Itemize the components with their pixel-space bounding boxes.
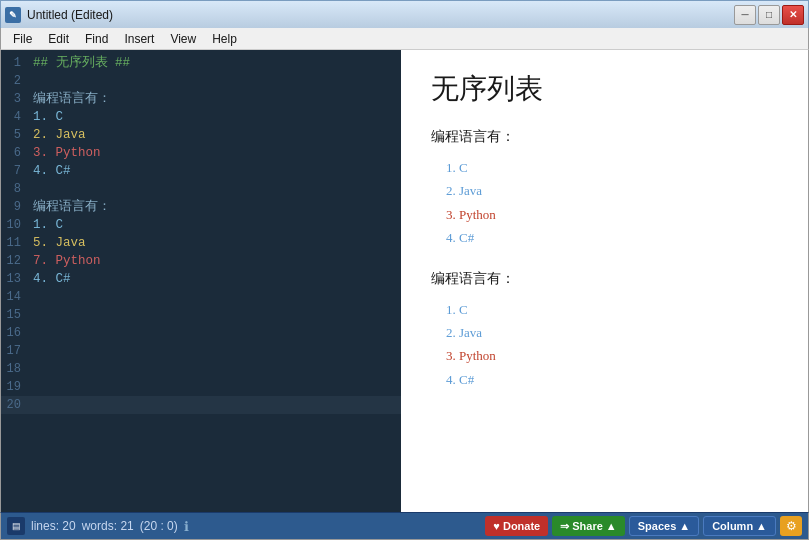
line-content-20: [29, 396, 401, 414]
line-content-2: [29, 72, 401, 90]
line-num-19: 19: [1, 378, 29, 396]
editor-line: 7 4. C#: [1, 162, 401, 180]
editor-scroll-area[interactable]: 1 ## 无序列表 ## 2 3 编程语言有： 4 1. C 5 2. J: [1, 50, 401, 512]
line-content-7: 4. C#: [29, 162, 401, 180]
window-title: Untitled (Edited): [27, 8, 113, 22]
editor-line: 13 4. C#: [1, 270, 401, 288]
status-position: (20 : 0): [140, 519, 178, 533]
list-item: C#: [459, 368, 778, 391]
line-num-10: 10: [1, 216, 29, 234]
editor-line: 14: [1, 288, 401, 306]
info-icon: ℹ: [184, 519, 189, 534]
line-content-17: [29, 342, 401, 360]
editor-line: 5 2. Java: [1, 126, 401, 144]
line-num-4: 4: [1, 108, 29, 126]
share-button[interactable]: ⇒ ⇒ Share Share ▲: [552, 516, 625, 536]
status-lines: lines: 20: [31, 519, 76, 533]
editor-panel[interactable]: 1 ## 无序列表 ## 2 3 编程语言有： 4 1. C 5 2. J: [1, 50, 401, 512]
line-content-12: 7. Python: [29, 252, 401, 270]
editor-line: 4 1. C: [1, 108, 401, 126]
line-num-12: 12: [1, 252, 29, 270]
list-item: Python: [459, 344, 778, 367]
list-item: C: [459, 298, 778, 321]
line-content-3: 编程语言有：: [29, 90, 401, 108]
editor-line: 6 3. Python: [1, 144, 401, 162]
line-num-2: 2: [1, 72, 29, 90]
line-content-16: [29, 324, 401, 342]
editor-line: 19: [1, 378, 401, 396]
line-content-1: ## 无序列表 ##: [29, 54, 401, 72]
column-button[interactable]: Column ▲: [703, 516, 776, 536]
editor-line: 2: [1, 72, 401, 90]
editor-line: 9 编程语言有：: [1, 198, 401, 216]
line-num-6: 6: [1, 144, 29, 162]
close-button[interactable]: ✕: [782, 5, 804, 25]
menu-bar: File Edit Find Insert View Help: [0, 28, 809, 50]
settings-button[interactable]: ⚙: [780, 516, 802, 536]
menu-file[interactable]: File: [5, 30, 40, 48]
editor-line: 12 7. Python: [1, 252, 401, 270]
spaces-label: Spaces: [638, 520, 677, 532]
editor-line: 3 编程语言有：: [1, 90, 401, 108]
preview-panel: 无序列表 编程语言有： C Java Python C# 编程语言有： C Ja…: [401, 50, 808, 512]
editor-line: 11 5. Java: [1, 234, 401, 252]
editor-line: 8: [1, 180, 401, 198]
list-item: Python: [459, 203, 778, 226]
editor-line: 18: [1, 360, 401, 378]
line-num-17: 17: [1, 342, 29, 360]
menu-help[interactable]: Help: [204, 30, 245, 48]
editor-line: 15: [1, 306, 401, 324]
line-num-1: 1: [1, 54, 29, 72]
status-doc-icon: ▤: [7, 517, 25, 535]
title-left: ✎ Untitled (Edited): [5, 7, 113, 23]
line-content-18: [29, 360, 401, 378]
preview-list-1: C Java Python C#: [431, 156, 778, 250]
status-info: ▤ lines: 20 words: 21 (20 : 0) ℹ: [7, 517, 189, 535]
line-num-20: 20: [1, 396, 29, 414]
menu-find[interactable]: Find: [77, 30, 116, 48]
line-num-9: 9: [1, 198, 29, 216]
list-item: C: [459, 156, 778, 179]
column-label: Column: [712, 520, 753, 532]
section-label-2: 编程语言有：: [431, 270, 778, 288]
line-num-7: 7: [1, 162, 29, 180]
status-buttons: ♥ Donate ⇒ ⇒ Share Share ▲ Spaces ▲ Colu…: [485, 516, 802, 536]
line-num-18: 18: [1, 360, 29, 378]
spaces-button[interactable]: Spaces ▲: [629, 516, 699, 536]
editor-lines: 1 ## 无序列表 ## 2 3 编程语言有： 4 1. C 5 2. J: [1, 50, 401, 414]
preview-title: 无序列表: [431, 70, 778, 108]
line-num-11: 11: [1, 234, 29, 252]
app-icon: ✎: [5, 7, 21, 23]
line-num-3: 3: [1, 90, 29, 108]
status-bar: ▤ lines: 20 words: 21 (20 : 0) ℹ ♥ Donat…: [0, 512, 809, 540]
editor-line: 1 ## 无序列表 ##: [1, 54, 401, 72]
line-content-15: [29, 306, 401, 324]
donate-button[interactable]: ♥ Donate: [485, 516, 548, 536]
editor-line: 10 1. C: [1, 216, 401, 234]
section-label-1: 编程语言有：: [431, 128, 778, 146]
spaces-chevron: ▲: [679, 520, 690, 532]
menu-insert[interactable]: Insert: [116, 30, 162, 48]
list-item: C#: [459, 226, 778, 249]
line-num-14: 14: [1, 288, 29, 306]
preview-list-2: C Java Python C#: [431, 298, 778, 392]
maximize-button[interactable]: □: [758, 5, 780, 25]
line-num-13: 13: [1, 270, 29, 288]
status-words: words: 21: [82, 519, 134, 533]
line-content-11: 5. Java: [29, 234, 401, 252]
share-icon: ⇒: [560, 520, 569, 533]
menu-view[interactable]: View: [162, 30, 204, 48]
window-controls: ─ □ ✕: [734, 5, 804, 25]
column-chevron: ▲: [756, 520, 767, 532]
line-num-15: 15: [1, 306, 29, 324]
line-num-5: 5: [1, 126, 29, 144]
minimize-button[interactable]: ─: [734, 5, 756, 25]
line-num-8: 8: [1, 180, 29, 198]
list-item: Java: [459, 321, 778, 344]
editor-line-cursor: 20: [1, 396, 401, 414]
line-content-19: [29, 378, 401, 396]
title-bar: ✎ Untitled (Edited) ─ □ ✕: [0, 0, 809, 28]
line-content-9: 编程语言有：: [29, 198, 401, 216]
menu-edit[interactable]: Edit: [40, 30, 77, 48]
line-num-16: 16: [1, 324, 29, 342]
